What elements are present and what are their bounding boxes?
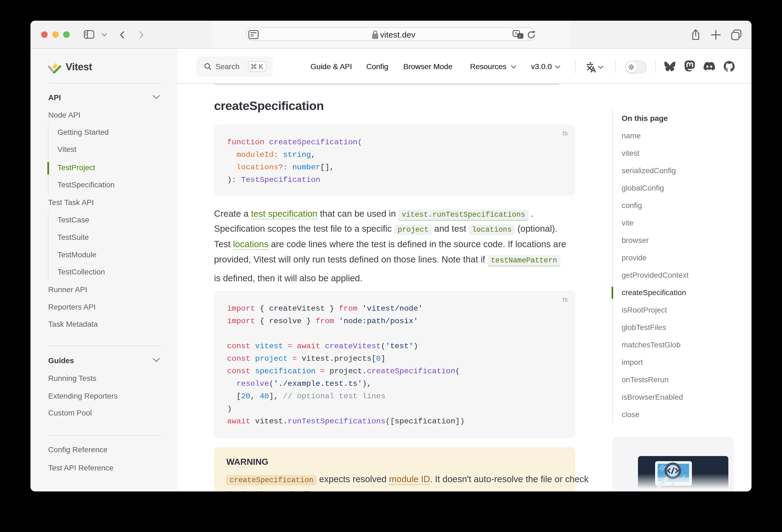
- svg-text:A: A: [514, 31, 518, 36]
- svg-text:x: x: [519, 34, 521, 38]
